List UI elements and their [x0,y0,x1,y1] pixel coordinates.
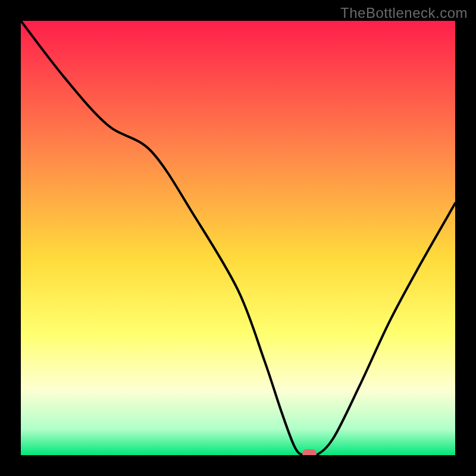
chart-plot-area [21,21,455,455]
chart-frame: TheBottleneck.com [0,0,476,476]
watermark-text: TheBottleneck.com [340,5,468,21]
optimal-marker [302,449,317,455]
chart-svg [21,21,455,455]
gradient-background [21,21,455,455]
